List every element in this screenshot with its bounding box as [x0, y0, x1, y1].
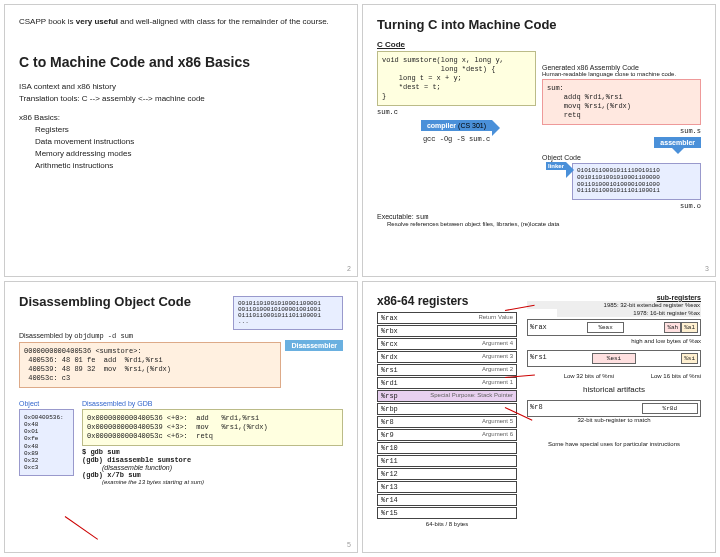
gdb-note: (examine the 13 bytes starting at sum): [102, 479, 343, 485]
object-heading: Object: [19, 400, 74, 407]
line: x86 Basics:: [19, 113, 343, 122]
register-row: %rsiArgument 2: [377, 364, 517, 376]
register-row: %r10: [377, 442, 517, 454]
register-row: %rdiArgument 1: [377, 377, 517, 389]
obj-heading: Object Code: [542, 154, 701, 161]
register-row: %rbp: [377, 403, 517, 415]
slide-3: Disassembling Object Code 00101101001010…: [4, 281, 358, 554]
register-row: %rdxArgument 3: [377, 351, 517, 363]
r8d-note: 32-bit sub-register to match: [527, 417, 701, 423]
objdump-out: 0000000000400536 <sumstore>: 400536: 48 …: [19, 342, 281, 388]
c-code-heading: C Code: [377, 40, 536, 49]
register-list: %raxReturn Value%rbx%rcxArgument 4%rdxAr…: [377, 312, 517, 519]
gdb-out: 0x0000000000400536 <+0>: add %rdi,%rsi 0…: [82, 409, 343, 446]
line: Arithmetic instructions: [35, 161, 343, 170]
rax-diagram: %rax %eax %ah%al: [527, 319, 701, 336]
asm-code: sum: addq %rdi,%rsi movq %rsi,(%rdx) ret…: [542, 79, 701, 125]
gcc-cmd: gcc -Og -S sum.c: [377, 135, 536, 143]
line: Data movement instructions: [35, 137, 343, 146]
c-code: void sumstore(long x, long y, long *dest…: [377, 51, 536, 106]
rsi-labels: Low 32 bits of %rsiLow 16 bits of %rsi: [527, 373, 701, 379]
slide-title: C to Machine Code and x86 Basics: [19, 54, 343, 70]
obj-code: 01010110001011110010110 0010110100101000…: [572, 163, 701, 199]
slide-1: CSAPP book is very useful and well-align…: [4, 4, 358, 277]
register-row: %rbx: [377, 325, 517, 337]
register-row: %r8Argument 5: [377, 416, 517, 428]
line: Memory addressing modes: [35, 149, 343, 158]
register-row: %r13: [377, 481, 517, 493]
red-connector: [65, 516, 98, 540]
obj-bits: 00101101001010001100001 0011010001010000…: [233, 296, 343, 330]
exe-desc: Resolve references between object files,…: [387, 221, 701, 227]
slide-2: Turning C into Machine Code C Code void …: [362, 4, 716, 277]
note: CSAPP book is very useful and well-align…: [19, 17, 343, 26]
linker-arrow: linker: [546, 162, 566, 170]
hex-bytes: 0x00400536: 0x48 0x01 0xfe 0x48 0x89 0x3…: [19, 409, 74, 477]
slide-title: Turning C into Machine Code: [377, 17, 701, 32]
hist-heading: historical artifacts: [527, 385, 701, 394]
filename: sum.s: [542, 127, 701, 135]
page-number: 3: [705, 265, 709, 272]
rsi-diagram: %rsi %esi %si: [527, 350, 701, 367]
subreg-heading: sub-registers: [527, 294, 701, 301]
slide-title: Disassembling Object Code: [19, 294, 227, 332]
asm-sub: Human-readable language close to machine…: [542, 71, 701, 77]
line: ISA context and x86 history: [19, 82, 343, 91]
register-row: %raxReturn Value: [377, 312, 517, 324]
gdb-heading: Disassembled by GDB: [82, 400, 343, 407]
hist-1978: 1978: 16-bit register %ax: [557, 309, 701, 317]
hist-1985: 1985: 32-bit extended register %eax: [527, 301, 701, 309]
register-row: %rcxArgument 4: [377, 338, 517, 350]
slide-title: x86-64 registers: [377, 294, 517, 308]
register-row: %r9Argument 6: [377, 429, 517, 441]
compiler-arrow: compiler (CS 301): [421, 120, 492, 131]
register-row: %r11: [377, 455, 517, 467]
page-number: 2: [347, 265, 351, 272]
register-row: %r12: [377, 468, 517, 480]
asm-heading: Generated x86 Assembly Code: [542, 64, 701, 71]
gdb-cmd: (gdb) disassemble sumstore: [82, 456, 343, 464]
exe-line: Executable: sum: [377, 212, 701, 221]
gdb-cmd: $ gdb sum: [82, 448, 343, 456]
ahl-note: high and low bytes of %ax: [527, 338, 701, 344]
disassembler-arrow: Disassembler: [285, 340, 343, 351]
footer: 64-bits / 8 bytes: [377, 521, 517, 527]
register-row: %rspSpecial Purpose: Stack Pointer: [377, 390, 517, 402]
gdb-cmd: (gdb) x/7b sum: [82, 471, 343, 479]
gdb-note: (disassemble function): [102, 464, 343, 471]
register-row: %r15: [377, 507, 517, 519]
line: Translation tools: C --> assembly <--> m…: [19, 94, 343, 103]
slide-4: x86-64 registers %raxReturn Value%rbx%rc…: [362, 281, 716, 554]
register-row: %r14: [377, 494, 517, 506]
page-number: 5: [347, 541, 351, 548]
footer: Some have special uses for particular in…: [527, 441, 701, 447]
line: Registers: [35, 125, 343, 134]
disasm-by: Disassembled by objdump -d sum: [19, 332, 343, 340]
assembler-arrow: assembler: [654, 137, 701, 148]
filename: sum.c: [377, 108, 536, 116]
filename: sum.o: [542, 202, 701, 210]
r8-diagram: %r8 %r8d: [527, 400, 701, 417]
